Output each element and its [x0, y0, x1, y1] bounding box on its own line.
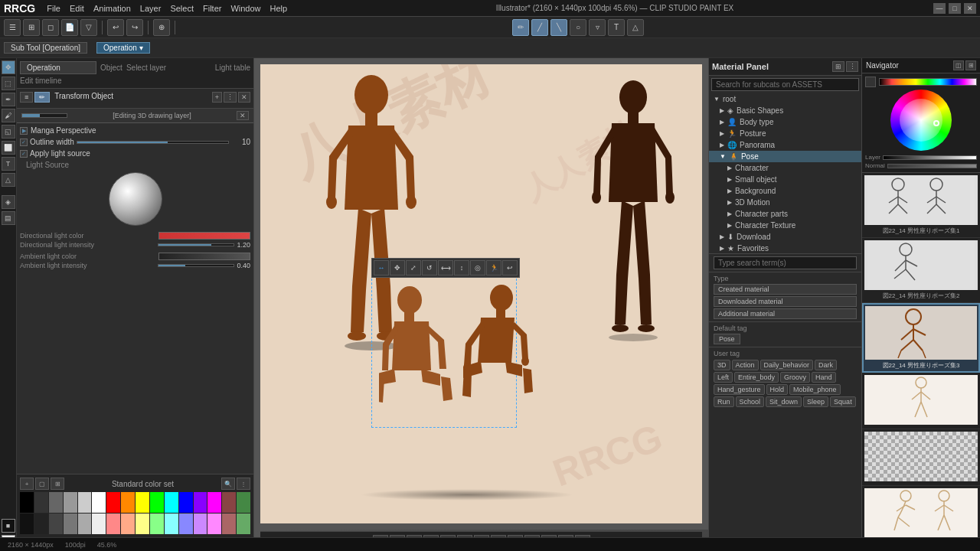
- dir-light-color-bar[interactable]: [158, 232, 250, 240]
- figure-female-sitting[interactable]: [459, 282, 536, 409]
- color-cell[interactable]: [222, 514, 236, 534]
- color-add-btn[interactable]: +: [20, 478, 34, 490]
- cat-root[interactable]: ▼ root: [709, 93, 861, 105]
- color-cell[interactable]: [179, 492, 193, 513]
- maximize-button[interactable]: □: [949, 3, 961, 14]
- color-grid-btn[interactable]: ⊞: [51, 478, 64, 490]
- color-cell[interactable]: [49, 514, 63, 534]
- tag-hand[interactable]: Hand: [812, 372, 836, 383]
- color-cell[interactable]: [165, 514, 178, 534]
- brush-tool-button[interactable]: ╱: [531, 19, 548, 36]
- color-cell[interactable]: [121, 492, 135, 513]
- sel-move-x[interactable]: ↔: [374, 260, 389, 276]
- color-cell[interactable]: [92, 492, 106, 513]
- material-search-input[interactable]: [711, 78, 859, 91]
- color-cell[interactable]: [34, 492, 48, 513]
- layer-close-btn[interactable]: ✕: [237, 111, 249, 120]
- ambient-slider[interactable]: [158, 264, 234, 267]
- pose-tag[interactable]: Pose: [714, 334, 740, 344]
- color-wheel-container[interactable]: [890, 90, 952, 151]
- menu-file[interactable]: File: [47, 4, 60, 13]
- eraser-tool-icon[interactable]: ◱: [2, 125, 15, 139]
- canvas-background[interactable]: 八人素材 RRCG 八人素材 RRCG 人人素材: [254, 58, 708, 551]
- select-tool-icon[interactable]: ⬚: [2, 77, 15, 90]
- canvas-content[interactable]: 八人素材 RRCG 人人素材: [260, 64, 702, 523]
- shape-tool-icon[interactable]: △: [2, 173, 15, 187]
- minimize-button[interactable]: —: [933, 3, 946, 14]
- color-cell[interactable]: [179, 514, 193, 534]
- tag-squat[interactable]: Squat: [830, 396, 856, 407]
- color-cell[interactable]: [121, 514, 135, 534]
- color-picker-dot[interactable]: [933, 120, 939, 126]
- grid-view-button[interactable]: ⊞: [23, 19, 40, 36]
- layer-slider[interactable]: [883, 155, 977, 160]
- tag-run[interactable]: Run: [714, 396, 734, 407]
- opacity-slider[interactable]: [887, 164, 977, 168]
- color-menu-btn[interactable]: ⋮: [237, 478, 250, 490]
- color-cell[interactable]: [150, 514, 164, 534]
- fill-tool-icon[interactable]: ⬜: [2, 141, 15, 155]
- thumb-item-4[interactable]: [862, 373, 980, 429]
- light-sphere[interactable]: [109, 172, 162, 226]
- color-cell[interactable]: [194, 492, 207, 513]
- outline-slider[interactable]: [77, 141, 229, 144]
- color-cell[interactable]: [136, 514, 149, 534]
- color-wheel[interactable]: [890, 90, 952, 151]
- select-tool-button[interactable]: ○: [570, 19, 586, 36]
- color-cell[interactable]: [150, 492, 164, 513]
- color-cell[interactable]: [136, 492, 149, 513]
- thumb-item-6[interactable]: [862, 486, 980, 543]
- color-cell[interactable]: [92, 514, 106, 534]
- menu-select[interactable]: Select: [170, 4, 194, 13]
- color-cell[interactable]: [20, 514, 34, 534]
- sel-joints[interactable]: ◎: [470, 260, 485, 276]
- color-cell[interactable]: [194, 514, 207, 534]
- redo-button[interactable]: ↪: [126, 19, 143, 36]
- cat-favorites[interactable]: ▶ ★ Favorites: [709, 243, 861, 254]
- pen-tool-button[interactable]: ✏: [512, 19, 529, 36]
- subtool-tab1[interactable]: ≡: [20, 92, 33, 103]
- cat-basic-shapes[interactable]: ▶ ◈ Basic Shapes: [709, 105, 861, 116]
- cat-body-type[interactable]: ▶ 👤 Body type: [709, 116, 861, 128]
- figure-female-standing[interactable]: [587, 76, 679, 351]
- tag-3d[interactable]: 3D: [714, 360, 730, 370]
- pen-tool-icon[interactable]: ✒: [2, 93, 15, 106]
- tag-daily[interactable]: Daily_behavior: [760, 360, 814, 370]
- color-cell[interactable]: [222, 492, 236, 513]
- color-search-btn[interactable]: 🔍: [221, 478, 235, 490]
- tool1-button[interactable]: ◻: [42, 19, 59, 36]
- edit-timeline-link[interactable]: Edit timeline: [20, 77, 250, 85]
- tag-sit-down[interactable]: Sit_down: [766, 396, 802, 407]
- subtool-icon1[interactable]: +: [212, 92, 222, 103]
- material-panel-icon2[interactable]: ⋮: [846, 61, 858, 72]
- cat-3d-motion[interactable]: ▶ 3D Motion: [709, 197, 861, 208]
- tag-left[interactable]: Left: [714, 372, 733, 383]
- tag-dark[interactable]: Dark: [815, 360, 837, 370]
- layer-tool-icon[interactable]: ▤: [2, 211, 15, 225]
- tag-hold[interactable]: Hold: [766, 384, 789, 395]
- type-additional[interactable]: Additional material: [714, 308, 857, 319]
- subtool-icon2[interactable]: ⋮: [224, 92, 237, 103]
- text-tool-icon[interactable]: T: [2, 157, 15, 171]
- color-cell[interactable]: [237, 514, 250, 534]
- color-spectrum-bar[interactable]: [879, 78, 977, 86]
- nav-panel-icon1[interactable]: ◫: [953, 60, 964, 70]
- shape-tool-button[interactable]: △: [627, 19, 644, 36]
- menu-edit[interactable]: Edit: [70, 4, 84, 13]
- sel-pose[interactable]: 🏃: [486, 260, 501, 276]
- tag-school[interactable]: School: [736, 396, 765, 407]
- menu-animation[interactable]: Animation: [93, 4, 131, 13]
- color-cell[interactable]: [207, 492, 221, 513]
- operation-dropdown[interactable]: Operation ▾: [96, 42, 150, 54]
- tool2-button[interactable]: 📄: [61, 19, 78, 36]
- undo-button[interactable]: ↩: [107, 19, 124, 36]
- close-button[interactable]: ✕: [964, 3, 976, 14]
- eraser-tool-button[interactable]: ╲: [550, 19, 567, 36]
- color-cell[interactable]: [237, 492, 250, 513]
- cat-character[interactable]: ▶ Character: [709, 162, 861, 174]
- brush-tool-icon[interactable]: 🖌: [2, 109, 15, 122]
- manga-perspective-checkbox[interactable]: ▶: [20, 127, 28, 135]
- move-tool-icon[interactable]: ✥: [2, 60, 15, 74]
- type-created[interactable]: Created material: [714, 284, 857, 295]
- sel-scale[interactable]: ⤢: [406, 260, 421, 276]
